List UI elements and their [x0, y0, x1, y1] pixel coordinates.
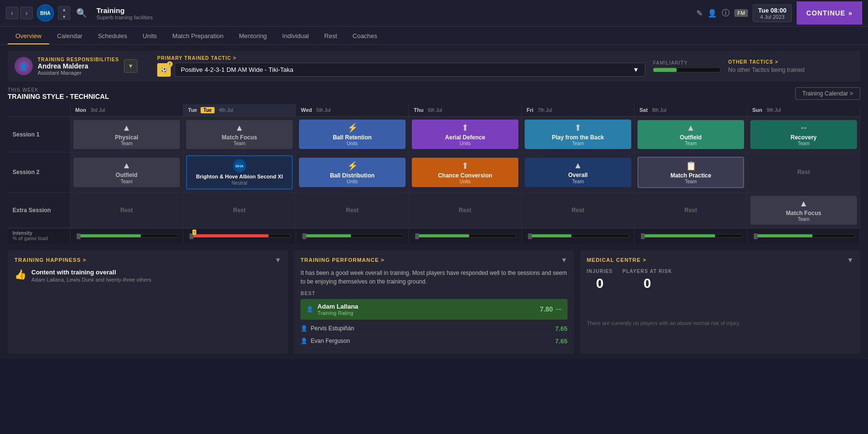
session-card-match-focus[interactable]: ▲ Match Focus Team	[186, 120, 293, 149]
extra-rest-thu[interactable]: Rest	[412, 198, 518, 223]
page-title: Training	[96, 6, 692, 14]
session-card-outfield[interactable]: ▲ Outfield Team	[637, 120, 744, 149]
performance-expand[interactable]: ▼	[561, 256, 568, 264]
tab-match-prep[interactable]: Match Preparation	[164, 28, 231, 44]
s1-sat[interactable]: ▲ Outfield Team	[635, 117, 747, 152]
tab-units[interactable]: Units	[135, 28, 165, 44]
extra-rest-tue[interactable]: Rest	[186, 198, 293, 223]
brighton-logo: BHA	[233, 159, 246, 173]
session-card-recovery[interactable]: ↔ Recovery Team	[750, 120, 857, 149]
manager-name: Andrea Maldera	[38, 62, 119, 70]
int-thu[interactable]	[409, 229, 522, 244]
info-icon[interactable]: 👤	[707, 9, 717, 18]
ex-wed[interactable]: Rest	[296, 193, 409, 228]
int-sun[interactable]	[747, 229, 860, 244]
int-fill-thu	[418, 234, 469, 237]
session-card-physical[interactable]: ▲ Physical Team	[73, 120, 180, 149]
training-calendar-button[interactable]: Training Calendar >	[795, 87, 860, 100]
tactic-warn: !	[167, 61, 173, 67]
extra-rest-wed[interactable]: Rest	[299, 198, 406, 223]
session-card-rest-sun[interactable]: Rest	[750, 160, 857, 185]
happiness-expand[interactable]: ▼	[274, 256, 281, 264]
continue-button[interactable]: CONTINUE »	[797, 1, 862, 25]
extra-rest-sat[interactable]: Rest	[637, 198, 744, 223]
extra-rest-fri[interactable]: Rest	[525, 198, 631, 223]
int-sat[interactable]	[635, 229, 747, 244]
player1-rating: 7.65	[555, 325, 567, 332]
session-card-play-from-back[interactable]: ⬆ Play from the Back Team	[525, 120, 631, 149]
s1-sun[interactable]: ↔ Recovery Team	[747, 117, 860, 152]
s2-wed[interactable]: ⚡ Ball Distribution Units	[296, 152, 409, 192]
performance-header: TRAINING PERFORMANCE > ▼	[300, 256, 567, 264]
int-tue[interactable]: !	[183, 229, 296, 244]
extra-match-focus-icon: ▲	[800, 199, 808, 209]
medical-title[interactable]: MEDICAL CENTRE >	[587, 257, 647, 263]
tactic-section: PRIMARY TRAINED TACTIC > ⚽ ! Positive 4-…	[157, 55, 645, 77]
medical-expand[interactable]: ▼	[847, 256, 854, 264]
tab-individual[interactable]: Individual	[274, 28, 316, 44]
s2-sun[interactable]: Rest	[747, 152, 860, 192]
edit-icon[interactable]: ✎	[696, 9, 703, 18]
logo-up[interactable]: ▲	[58, 6, 70, 13]
tab-mentoring[interactable]: Mentoring	[231, 28, 275, 44]
extra-match-focus-sun[interactable]: ▲ Match Focus Team	[750, 196, 857, 225]
ex-sun[interactable]: ▲ Match Focus Team	[747, 193, 860, 228]
int-mark-mon	[77, 233, 81, 239]
ex-thu[interactable]: Rest	[409, 193, 522, 228]
int-fri[interactable]	[522, 229, 635, 244]
grid-header-sun: Sun 9th Jul	[747, 104, 860, 116]
logo-down[interactable]: ▼	[58, 14, 70, 20]
tab-overview[interactable]: Overview	[8, 28, 49, 44]
responsibilities-expand[interactable]: ▼	[124, 59, 137, 73]
s2-fri[interactable]: ▲ Overall Team	[522, 152, 635, 192]
s2-thu[interactable]: ⬆ Chance Conversion Units	[409, 152, 522, 192]
help-icon[interactable]: ⓘ	[722, 8, 730, 18]
s2-mon[interactable]: ▲ Outfield Team	[70, 152, 183, 192]
ex-sat[interactable]: Rest	[635, 193, 747, 228]
player1-name: Pervis Estupiñán	[311, 325, 354, 332]
top-player-card[interactable]: 👤 Adam Lallana Training Rating 7.80 —	[300, 299, 567, 320]
session-card-aerial-defence[interactable]: ⬆ Aerial Defence Units	[412, 120, 518, 149]
ex-mon[interactable]: Rest	[70, 193, 183, 228]
tab-coaches[interactable]: Coaches	[345, 28, 385, 44]
session-card-ball-distribution[interactable]: ⚡ Ball Distribution Units	[299, 158, 406, 187]
s1-fri[interactable]: ⬆ Play from the Back Team	[522, 117, 635, 152]
fm-badge: FM	[734, 9, 748, 17]
extra-rest-mon[interactable]: Rest	[73, 198, 180, 223]
forward-button[interactable]: ›	[20, 7, 33, 19]
happiness-title[interactable]: TRAINING HAPPINESS >	[14, 257, 86, 263]
performance-title[interactable]: TRAINING PERFORMANCE >	[300, 257, 384, 263]
s1-thu[interactable]: ⬆ Aerial Defence Units	[409, 117, 522, 152]
int-wed[interactable]	[296, 229, 409, 244]
player-row-1[interactable]: 👤 Pervis Estupiñán 7.65	[300, 323, 567, 335]
tab-rest[interactable]: Rest	[316, 28, 345, 44]
session-card-match-practice[interactable]: 📋 Match Practice Team	[637, 157, 744, 188]
tactic-label[interactable]: PRIMARY TRAINED TACTIC >	[157, 55, 645, 61]
top-player-text: Adam Lallana Training Rating	[317, 303, 358, 316]
s2-tue[interactable]: BHA Brighton & Hove Albion Second XI Neu…	[183, 152, 296, 192]
other-tactics-label[interactable]: OTHER TACTICS >	[728, 59, 854, 65]
session-card-outfield-2[interactable]: ▲ Outfield Team	[73, 158, 180, 187]
tab-schedules[interactable]: Schedules	[90, 28, 135, 44]
session-card-ball-retention[interactable]: ⚡ Ball Retention Units	[299, 120, 406, 149]
back-button[interactable]: ‹	[6, 7, 18, 19]
injuries-label: INJURIES	[587, 269, 613, 274]
tab-calendar[interactable]: Calendar	[49, 28, 90, 44]
int-mon[interactable]	[70, 229, 183, 244]
session-card-overall[interactable]: ▲ Overall Team	[525, 158, 631, 187]
brighton-match-card[interactable]: BHA Brighton & Hove Albion Second XI Neu…	[186, 155, 293, 189]
s1-tue[interactable]: ▲ Match Focus Team	[183, 117, 296, 152]
s1-mon[interactable]: ▲ Physical Team	[70, 117, 183, 152]
tactic-name-dropdown[interactable]: Positive 4-2-3-1 DM AM Wide - Tiki-Taka …	[175, 63, 645, 77]
happiness-text-block: Content with training overall Adam Lalla…	[31, 269, 151, 283]
player2-rating: 7.65	[555, 338, 567, 345]
ex-fri[interactable]: Rest	[522, 193, 635, 228]
familiarity-bar-bg	[653, 68, 720, 72]
s1-wed[interactable]: ⚡ Ball Retention Units	[296, 117, 409, 152]
s2-sat[interactable]: 📋 Match Practice Team	[635, 152, 747, 192]
session-card-chance-conversion[interactable]: ⬆ Chance Conversion Units	[412, 158, 518, 187]
ex-tue[interactable]: Rest	[183, 193, 296, 228]
player-row-2[interactable]: 👤 Evan Ferguson 7.65	[300, 335, 567, 348]
int-bar-tue: !	[188, 234, 291, 238]
happiness-header: TRAINING HAPPINESS > ▼	[14, 256, 281, 264]
